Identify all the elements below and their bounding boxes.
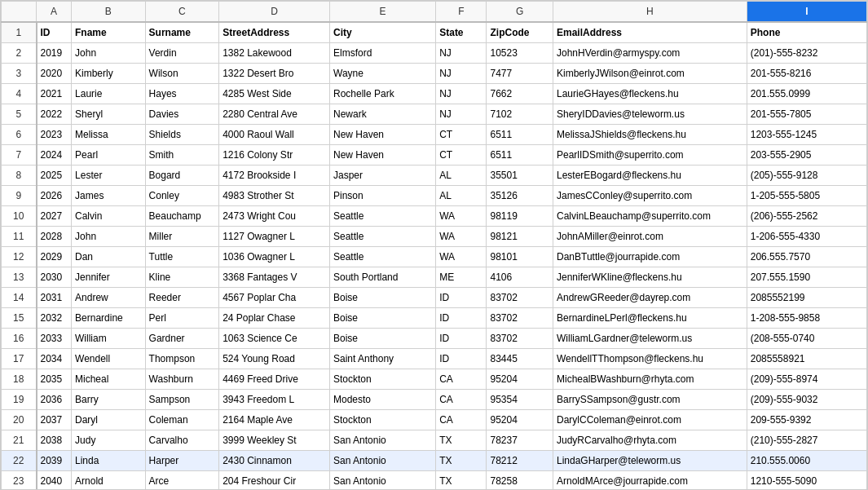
fname-cell[interactable]: Melissa (72, 125, 146, 145)
zipcode-cell[interactable]: 6511 (487, 145, 553, 166)
table-row[interactable]: 82025LesterBogard4172 Brookside IJasperA… (2, 166, 867, 186)
city-cell[interactable]: Elmsford (330, 43, 436, 64)
surname-cell[interactable]: Carvalho (145, 430, 219, 451)
fname-cell[interactable]: James (72, 186, 146, 206)
email-cell[interactable]: CalvinLBeauchamp@superrito.com (553, 206, 747, 227)
state-cell[interactable]: CA (436, 390, 487, 410)
row-num[interactable]: 16 (2, 329, 37, 349)
surname-cell[interactable]: Gardner (145, 329, 219, 349)
email-cell[interactable]: LaurieGHayes@fleckens.hu (553, 84, 747, 104)
fname-cell[interactable]: Kimberly (72, 64, 146, 84)
street-cell[interactable]: 4983 Strother St (219, 186, 330, 206)
state-cell[interactable]: TX (436, 451, 487, 471)
fname-cell[interactable]: William (72, 329, 146, 349)
state-cell[interactable]: ME (436, 267, 487, 288)
fname-cell[interactable]: Linda (72, 451, 146, 471)
email-cell[interactable]: SheryIDDavies@teleworm.us (553, 104, 747, 125)
fname-cell[interactable]: Jennifer (72, 267, 146, 288)
zipcode-cell[interactable]: 83702 (487, 329, 553, 349)
surname-cell[interactable]: Reeder (145, 288, 219, 308)
city-cell[interactable]: Boise (330, 329, 436, 349)
fname-cell[interactable]: Sheryl (72, 104, 146, 125)
city-cell[interactable]: San Antonio (330, 471, 436, 491)
zipcode-cell[interactable]: 7662 (487, 84, 553, 104)
phone-cell[interactable]: 201-555-8216 (747, 64, 866, 84)
street-cell[interactable]: 4285 West Side (219, 84, 330, 104)
street-cell[interactable]: 3368 Fantages V (219, 267, 330, 288)
table-row[interactable]: 132030JenniferKline3368 Fantages VSouth … (2, 267, 867, 288)
id-cell[interactable]: 2022 (37, 104, 72, 125)
row-num[interactable]: 8 (2, 166, 37, 186)
fname-cell[interactable]: John (72, 227, 146, 247)
street-cell[interactable]: 4567 Poplar Cha (219, 288, 330, 308)
state-cell[interactable]: AL (436, 186, 487, 206)
row-num[interactable]: 20 (2, 410, 37, 430)
street-cell[interactable]: 1322 Desert Bro (219, 64, 330, 84)
email-cell[interactable]: DanBTuttle@jourrapide.com (553, 247, 747, 267)
city-cell[interactable]: Pinson (330, 186, 436, 206)
row-num[interactable]: 5 (2, 104, 37, 125)
surname-cell[interactable]: Bogard (145, 166, 219, 186)
fname-cell[interactable]: Judy (72, 430, 146, 451)
city-cell[interactable]: Stockton (330, 369, 436, 390)
email-cell[interactable]: PearlIDSmith@superrito.com (553, 145, 747, 166)
fname-cell[interactable]: Arnold (72, 471, 146, 491)
surname-cell[interactable]: Beauchamp (145, 206, 219, 227)
surname-cell[interactable]: Shields (145, 125, 219, 145)
row-num[interactable]: 19 (2, 390, 37, 410)
surname-cell[interactable]: Harper (145, 451, 219, 471)
street-cell[interactable]: 1063 Science Ce (219, 329, 330, 349)
state-cell[interactable]: WA (436, 206, 487, 227)
state-cell[interactable]: NJ (436, 84, 487, 104)
table-row[interactable]: 232040ArnoldArce204 Freshour CirSan Anto… (2, 471, 867, 491)
phone-cell[interactable]: 1-205-555-5805 (747, 186, 866, 206)
zipcode-cell[interactable]: 83702 (487, 308, 553, 329)
email-cell[interactable]: ArnoldMArce@jourrapide.com (553, 471, 747, 491)
zipcode-cell[interactable]: 78258 (487, 471, 553, 491)
col-d-header[interactable]: D (219, 2, 330, 23)
col-b-header[interactable]: B (72, 2, 146, 23)
city-cell[interactable]: New Haven (330, 125, 436, 145)
col-h-header[interactable]: H (553, 2, 747, 23)
fname-cell[interactable]: Lester (72, 166, 146, 186)
street-cell[interactable]: 2430 Cinnamon (219, 451, 330, 471)
fname-cell[interactable]: Bernardine (72, 308, 146, 329)
street-cell[interactable]: 4172 Brookside I (219, 166, 330, 186)
state-cell[interactable]: CT (436, 125, 487, 145)
street-cell[interactable]: 1127 Owagner L (219, 227, 330, 247)
zipcode-cell[interactable]: 78212 (487, 451, 553, 471)
zipcode-cell[interactable]: 6511 (487, 125, 553, 145)
surname-cell[interactable]: Hayes (145, 84, 219, 104)
email-cell[interactable]: WilliamLGardner@teleworm.us (553, 329, 747, 349)
table-row[interactable]: 62023MelissaShields4000 Raoul WallNew Ha… (2, 125, 867, 145)
table-row[interactable]: 212038JudyCarvalho3999 Weekley StSan Ant… (2, 430, 867, 451)
fname-cell[interactable]: John (72, 43, 146, 64)
phone-cell[interactable]: 1210-555-5090 (747, 471, 866, 491)
city-cell[interactable]: Seattle (330, 227, 436, 247)
surname-cell[interactable]: Thompson (145, 349, 219, 369)
email-cell[interactable]: AndrewGReeder@dayrep.com (553, 288, 747, 308)
surname-cell[interactable]: Wilson (145, 64, 219, 84)
zipcode-cell[interactable]: 83702 (487, 288, 553, 308)
email-cell[interactable]: JamesCConley@superrito.com (553, 186, 747, 206)
email-cell[interactable]: WendellTThompson@fleckens.hu (553, 349, 747, 369)
row-num[interactable]: 2 (2, 43, 37, 64)
row-num[interactable]: 18 (2, 369, 37, 390)
city-cell[interactable]: Boise (330, 308, 436, 329)
state-cell[interactable]: CA (436, 369, 487, 390)
city-cell[interactable]: Modesto (330, 390, 436, 410)
table-row[interactable]: 112028JohnMiller1127 Owagner LSeattleWA9… (2, 227, 867, 247)
phone-cell[interactable]: 1-206-555-4330 (747, 227, 866, 247)
table-row[interactable]: 92026JamesConley4983 Strother StPinsonAL… (2, 186, 867, 206)
phone-cell[interactable]: 206.555.7570 (747, 247, 866, 267)
city-cell[interactable]: New Haven (330, 145, 436, 166)
city-cell[interactable]: San Antonio (330, 430, 436, 451)
zipcode-cell[interactable]: 35501 (487, 166, 553, 186)
fname-cell[interactable]: Daryl (72, 410, 146, 430)
id-cell[interactable]: 2020 (37, 64, 72, 84)
city-cell[interactable]: Rochelle Park (330, 84, 436, 104)
row-num[interactable]: 9 (2, 186, 37, 206)
street-cell[interactable]: 4000 Raoul Wall (219, 125, 330, 145)
surname-cell[interactable]: Smith (145, 145, 219, 166)
row-num[interactable]: 10 (2, 206, 37, 227)
